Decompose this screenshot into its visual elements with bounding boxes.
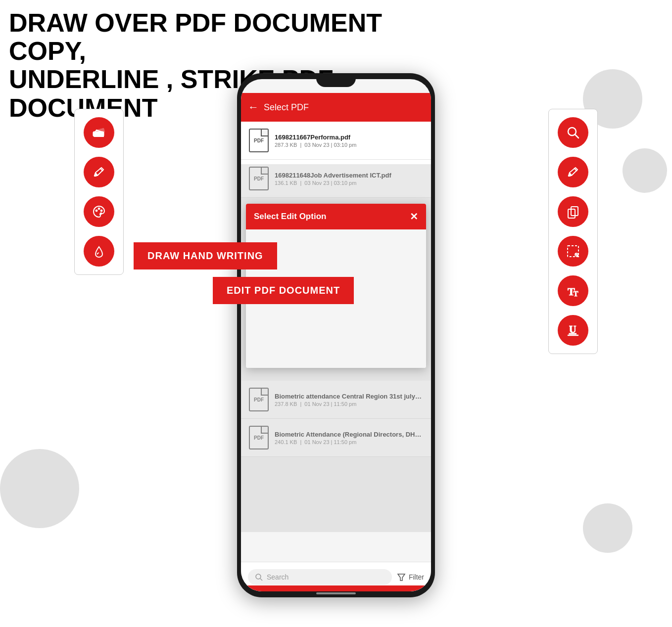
select-region-icon[interactable] [558, 236, 588, 267]
dropper-icon[interactable] [84, 236, 114, 267]
phone-bottom-bar [241, 585, 431, 591]
modal-header: Select Edit Option ✕ [246, 204, 426, 229]
edit-pdf-document-button[interactable]: EDIT PDF DOCUMENT [213, 277, 354, 304]
search-icon[interactable] [558, 117, 588, 148]
pdf-meta-1: 287.3 KB | 03 Nov 23 | 03:10 pm [275, 142, 423, 148]
svg-point-5 [96, 210, 97, 212]
pdf-item-1[interactable]: PDF 1698211667Performa.pdf 287.3 KB | 03… [241, 122, 431, 160]
draw-handwriting-button[interactable]: DRAW HAND WRITING [134, 242, 277, 269]
modal-overlay: Select Edit Option ✕ [241, 164, 431, 532]
pdf-name-1: 1698211667Performa.pdf [275, 134, 423, 141]
left-icon-panel [74, 109, 124, 275]
phone-device: ← Select PDF PDF 1698211667Performa.pdf … [237, 73, 435, 597]
text-icon[interactable]: T T [558, 275, 588, 306]
home-indicator [316, 592, 356, 594]
svg-point-8 [100, 213, 102, 215]
bottom-search-icon [255, 573, 263, 581]
pdf-list: PDF 1698211667Performa.pdf 287.3 KB | 03… [241, 122, 431, 562]
modal-close-button[interactable]: ✕ [410, 211, 418, 223]
filter-icon [397, 573, 406, 582]
search-area[interactable]: Search [248, 569, 392, 585]
phone-screen: ← Select PDF PDF 1698211667Performa.pdf … [241, 79, 431, 591]
app-header: ← Select PDF [241, 93, 431, 122]
deco-circle-mid-right [623, 148, 667, 193]
palette-icon[interactable] [84, 196, 114, 227]
deco-circle-bottom-left [0, 449, 79, 528]
app-header-title: Select PDF [264, 102, 309, 113]
svg-point-7 [100, 210, 102, 212]
eraser-icon[interactable] [84, 117, 114, 148]
underline-icon[interactable]: U [558, 315, 588, 346]
pen-icon[interactable] [558, 157, 588, 187]
svg-line-23 [260, 579, 262, 581]
search-placeholder: Search [267, 573, 288, 581]
right-icon-panel: T T U [548, 109, 598, 354]
svg-text:U: U [569, 324, 576, 335]
copy-icon[interactable] [558, 196, 588, 227]
svg-marker-24 [398, 574, 405, 581]
svg-line-10 [575, 134, 578, 138]
svg-text:T: T [574, 290, 578, 298]
svg-point-22 [256, 574, 261, 579]
deco-circle-bottom-right [583, 503, 632, 553]
filter-label: Filter [409, 573, 424, 581]
pdf-file-icon-1: PDF [249, 129, 269, 152]
filter-area[interactable]: Filter [397, 573, 424, 582]
phone-notch [316, 73, 356, 87]
modal-title: Select Edit Option [254, 212, 326, 222]
pencil-icon[interactable] [84, 157, 114, 187]
svg-point-6 [98, 208, 100, 210]
back-button[interactable]: ← [248, 101, 259, 114]
